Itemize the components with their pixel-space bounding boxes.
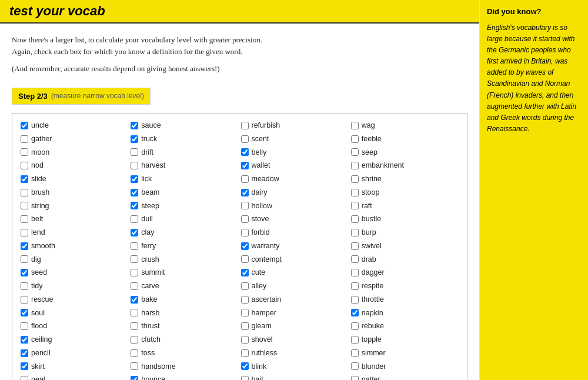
list-item[interactable]: dig [21, 254, 128, 266]
list-item[interactable]: cute [241, 266, 349, 279]
word-label[interactable]: scent [252, 134, 269, 145]
word-label[interactable]: skirt [31, 361, 45, 372]
word-label[interactable]: alley [252, 281, 267, 292]
word-checkbox[interactable] [21, 349, 28, 357]
word-checkbox[interactable] [131, 255, 138, 263]
word-checkbox[interactable] [21, 242, 28, 250]
word-label[interactable]: ceiling [31, 334, 52, 345]
word-checkbox[interactable] [241, 148, 249, 156]
list-item[interactable]: lick [131, 173, 238, 185]
list-item[interactable]: throttle [351, 294, 459, 306]
word-checkbox[interactable] [351, 229, 359, 236]
list-item[interactable]: rebuke [351, 320, 459, 332]
word-label[interactable]: smooth [31, 241, 55, 252]
list-item[interactable]: slide [21, 173, 128, 185]
word-checkbox[interactable] [131, 376, 138, 380]
word-label[interactable]: clay [141, 227, 154, 238]
list-item[interactable]: handsome [131, 361, 238, 373]
list-item[interactable]: contempt [241, 254, 349, 266]
word-label[interactable]: drift [141, 147, 153, 158]
word-checkbox[interactable] [131, 189, 138, 196]
word-label[interactable]: belly [252, 147, 267, 158]
word-checkbox[interactable] [241, 309, 249, 316]
word-checkbox[interactable] [241, 229, 249, 236]
word-checkbox[interactable] [241, 242, 249, 250]
word-checkbox[interactable] [21, 122, 28, 129]
word-checkbox[interactable] [21, 269, 28, 276]
list-item[interactable]: ceiling [21, 334, 128, 346]
word-checkbox[interactable] [21, 362, 28, 370]
word-label[interactable]: pencil [31, 348, 51, 359]
list-item[interactable]: bait [241, 374, 349, 380]
word-checkbox[interactable] [241, 189, 249, 196]
word-label[interactable]: respite [362, 281, 384, 292]
list-item[interactable]: scent [241, 133, 349, 145]
word-label[interactable]: tidy [31, 281, 42, 292]
word-checkbox[interactable] [131, 322, 138, 330]
word-label[interactable]: simmer [362, 348, 386, 359]
word-label[interactable]: swivel [362, 241, 382, 252]
word-label[interactable]: contempt [252, 254, 282, 265]
word-checkbox[interactable] [131, 229, 138, 236]
word-checkbox[interactable] [241, 175, 249, 183]
word-checkbox[interactable] [351, 148, 359, 156]
word-checkbox[interactable] [241, 322, 249, 330]
word-checkbox[interactable] [131, 349, 138, 357]
word-checkbox[interactable] [131, 148, 138, 156]
word-checkbox[interactable] [21, 202, 28, 209]
word-checkbox[interactable] [131, 269, 138, 276]
list-item[interactable]: moon [21, 146, 128, 159]
word-label[interactable]: stoop [362, 187, 380, 198]
list-item[interactable]: bake [131, 294, 238, 306]
word-label[interactable]: summit [141, 267, 165, 278]
word-label[interactable]: rebuke [362, 321, 384, 332]
list-item[interactable]: alley [241, 280, 349, 292]
word-label[interactable]: harvest [141, 160, 165, 171]
word-label[interactable]: dagger [362, 267, 385, 278]
word-label[interactable]: ruthless [252, 348, 278, 359]
word-label[interactable]: sauce [141, 120, 161, 131]
word-checkbox[interactable] [21, 296, 28, 304]
list-item[interactable]: natter [351, 374, 459, 380]
list-item[interactable]: rescue [21, 294, 128, 306]
word-label[interactable]: cute [252, 267, 266, 278]
list-item[interactable]: ruthless [241, 347, 349, 359]
list-item[interactable]: thrust [131, 320, 238, 332]
word-checkbox[interactable] [21, 282, 28, 290]
word-label[interactable]: flood [31, 321, 47, 332]
word-label[interactable]: bounce [141, 374, 165, 380]
word-label[interactable]: seed [31, 267, 47, 278]
word-checkbox[interactable] [351, 336, 359, 344]
word-checkbox[interactable] [21, 309, 28, 316]
list-item[interactable]: ascertain [241, 294, 349, 306]
word-checkbox[interactable] [241, 362, 249, 370]
word-label[interactable]: natter [362, 374, 380, 380]
word-checkbox[interactable] [351, 309, 359, 316]
word-label[interactable]: brush [31, 187, 49, 198]
word-checkbox[interactable] [241, 349, 249, 357]
word-label[interactable]: crush [141, 254, 159, 265]
list-item[interactable]: raft [351, 200, 459, 212]
list-item[interactable]: pencil [21, 347, 128, 359]
word-label[interactable]: dull [141, 214, 152, 225]
word-checkbox[interactable] [241, 376, 249, 380]
list-item[interactable]: warranty [241, 240, 349, 252]
list-item[interactable]: skirt [21, 361, 128, 373]
list-item[interactable]: bounce [131, 374, 238, 380]
word-label[interactable]: bustle [362, 214, 381, 225]
word-label[interactable]: handsome [141, 361, 175, 372]
list-item[interactable]: forbid [241, 226, 349, 239]
list-item[interactable]: belt [21, 213, 128, 225]
list-item[interactable]: hollow [241, 200, 349, 212]
list-item[interactable]: drab [351, 254, 459, 266]
list-item[interactable]: dagger [351, 266, 459, 279]
list-item[interactable]: refurbish [241, 119, 349, 132]
list-item[interactable]: harsh [131, 307, 238, 319]
word-label[interactable]: stove [252, 214, 269, 225]
word-label[interactable]: seep [362, 147, 377, 158]
word-label[interactable]: thrust [141, 321, 159, 332]
list-item[interactable]: toss [131, 347, 238, 359]
list-item[interactable]: shrine [351, 173, 459, 185]
list-item[interactable]: blink [241, 361, 349, 373]
word-checkbox[interactable] [131, 242, 138, 250]
